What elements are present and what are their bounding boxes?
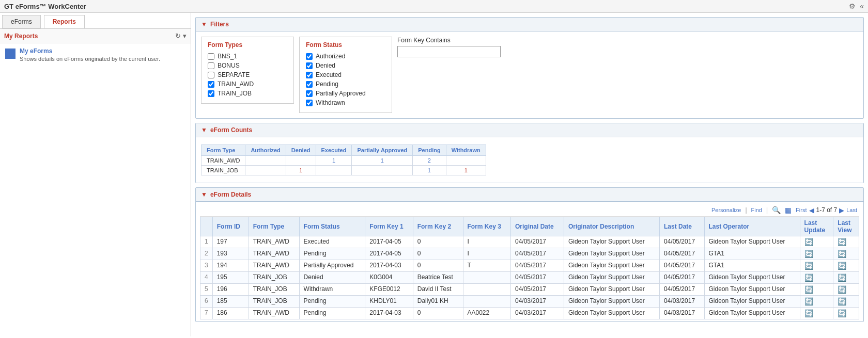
filter-pending: Pending xyxy=(306,81,385,88)
checkbox-executed[interactable] xyxy=(306,72,313,78)
personalize-link[interactable]: Personalize xyxy=(711,207,741,213)
filters-title: Filters xyxy=(210,21,229,28)
view-row-icon[interactable]: 🔄 xyxy=(838,273,846,282)
checkbox-denied[interactable] xyxy=(306,62,313,69)
tab-eforms[interactable]: eForms xyxy=(2,15,41,28)
next-page-btn[interactable]: ▶ xyxy=(839,206,844,214)
cell-original-date: 04/05/2017 xyxy=(510,272,564,284)
col-last-view: LastView xyxy=(833,217,859,236)
eform-counts-section: ▼ eForm Counts Form Type Authorized Deni… xyxy=(195,123,864,183)
table-row: 4 195 TRAIN_JOB Denied K0G004 Beatrice T… xyxy=(200,272,859,284)
cell-form-status: Pending xyxy=(299,308,365,319)
filter-partially-approved: Partially Approved xyxy=(306,90,385,97)
tab-reports[interactable]: Reports xyxy=(44,15,85,28)
checkbox-separate[interactable] xyxy=(208,72,214,78)
view-icon[interactable]: 🔍 xyxy=(772,206,781,214)
update-icon[interactable]: 🔄 xyxy=(804,273,813,282)
view-row-icon[interactable]: 🔄 xyxy=(838,238,846,246)
settings-icon[interactable]: ⚙ xyxy=(849,2,856,10)
cell-original-date: 04/03/2017 xyxy=(510,308,564,319)
checkbox-pending[interactable] xyxy=(306,81,313,88)
grid-icon[interactable]: ▦ xyxy=(785,206,792,214)
filter-withdrawn: Withdrawn xyxy=(306,99,385,106)
update-icon[interactable]: 🔄 xyxy=(804,250,813,258)
cell-form-key3: I xyxy=(463,248,510,260)
cell-original-date: 04/05/2017 xyxy=(510,260,564,272)
cell-form-status: Partially Approved xyxy=(299,260,365,272)
filter-bonus: BONUS xyxy=(208,62,287,69)
counts-train-job-type: TRAIN_JOB xyxy=(202,166,245,175)
last-link[interactable]: Last xyxy=(846,207,857,213)
find-link[interactable]: Find xyxy=(751,207,762,213)
counts-train-job-authorized xyxy=(245,166,286,175)
sidebar-item-title[interactable]: My eForms xyxy=(20,47,160,55)
checkbox-partially-approved[interactable] xyxy=(306,90,313,97)
cell-form-status: Pending xyxy=(299,296,365,308)
form-key-contains-input[interactable] xyxy=(397,46,501,57)
first-link[interactable]: First xyxy=(796,207,807,213)
update-icon[interactable]: 🔄 xyxy=(804,309,813,317)
update-icon[interactable]: 🔄 xyxy=(804,297,813,305)
sidebar-tabs: eForms Reports xyxy=(0,13,191,29)
cell-last-operator: GTA1 xyxy=(704,248,800,260)
cell-form-key1: 2017-04-05 xyxy=(365,248,413,260)
counts-train-awd-type: TRAIN_AWD xyxy=(202,156,245,166)
counts-train-awd-withdrawn xyxy=(446,156,486,166)
col-form-key2: Form Key 2 xyxy=(413,217,463,236)
details-collapse-icon[interactable]: ▼ xyxy=(201,191,207,198)
prev-page-btn[interactable]: ◀ xyxy=(809,206,814,214)
filter-denied: Denied xyxy=(306,62,385,69)
checkbox-train-awd[interactable] xyxy=(208,81,214,88)
view-row-icon[interactable]: 🔄 xyxy=(838,309,846,317)
view-row-icon[interactable]: 🔄 xyxy=(838,250,846,258)
counts-col-denied: Denied xyxy=(286,145,316,156)
checkbox-withdrawn[interactable] xyxy=(306,100,313,106)
cell-originator-desc: Gideon Taylor Support User xyxy=(564,260,659,272)
top-bar-icons: ⚙ « xyxy=(849,2,864,10)
label-authorized: Authorized xyxy=(316,53,345,60)
update-icon[interactable]: 🔄 xyxy=(804,262,813,270)
sidebar-item-my-eforms: My eForms Shows details on eForms origin… xyxy=(0,43,191,66)
cell-original-date: 04/05/2017 xyxy=(510,248,564,260)
cell-form-id: 185 xyxy=(212,296,249,308)
table-row: TRAIN_AWD 1 1 2 xyxy=(202,156,486,166)
cell-form-status: Executed xyxy=(299,236,365,248)
col-form-key3: Form Key 3 xyxy=(463,217,510,236)
update-icon[interactable]: 🔄 xyxy=(804,238,813,246)
cell-originator-desc: Gideon Taylor Support User xyxy=(564,248,659,260)
cell-last-view: 🔄 xyxy=(833,260,859,272)
row-num: 7 xyxy=(200,308,213,319)
refresh-icon[interactable]: ↻ xyxy=(175,32,181,40)
form-key-contains-box: Form Key Contains xyxy=(397,37,501,57)
sidebar-header-icons: ↻ ▾ xyxy=(175,32,187,40)
filters-collapse-icon[interactable]: ▼ xyxy=(201,21,207,28)
filter-authorized: Authorized xyxy=(306,53,385,60)
sidebar: eForms Reports My Reports ↻ ▾ My eForms … xyxy=(0,13,191,336)
checkbox-bns1[interactable] xyxy=(208,53,214,60)
table-row: 1 197 TRAIN_AWD Executed 2017-04-05 0 I … xyxy=(200,236,859,248)
pager: First ◀ 1-7 of 7 ▶ Last xyxy=(796,206,857,214)
cell-form-type: TRAIN_AWD xyxy=(249,260,299,272)
view-row-icon[interactable]: 🔄 xyxy=(838,297,846,305)
cell-last-date: 04/05/2017 xyxy=(660,260,705,272)
menu-icon[interactable]: ▾ xyxy=(183,32,187,40)
checkbox-bonus[interactable] xyxy=(208,62,214,69)
app-title: GT eForms™ WorkCenter xyxy=(4,3,86,10)
cell-form-key3: T xyxy=(463,260,510,272)
counts-train-job-withdrawn: 1 xyxy=(446,166,486,175)
row-num: 5 xyxy=(200,284,213,296)
layout: eForms Reports My Reports ↻ ▾ My eForms … xyxy=(0,13,868,336)
cell-last-view: 🔄 xyxy=(833,296,859,308)
counts-collapse-icon[interactable]: ▼ xyxy=(201,126,207,134)
filters-header: ▼ Filters xyxy=(196,18,863,31)
collapse-icon[interactable]: « xyxy=(860,2,864,10)
view-row-icon[interactable]: 🔄 xyxy=(838,262,846,270)
checkbox-train-job[interactable] xyxy=(208,90,214,97)
cell-last-operator: Gideon Taylor Support User xyxy=(704,296,800,308)
checkbox-authorized[interactable] xyxy=(306,53,313,60)
update-icon[interactable]: 🔄 xyxy=(804,285,813,294)
eform-details-section: ▼ eForm Details Personalize | Find | 🔍 ▦… xyxy=(195,187,864,322)
counts-col-executed: Executed xyxy=(316,145,352,156)
table-row: 7 186 TRAIN_AWD Pending 2017-04-03 0 AA0… xyxy=(200,308,859,319)
view-row-icon[interactable]: 🔄 xyxy=(838,285,846,294)
